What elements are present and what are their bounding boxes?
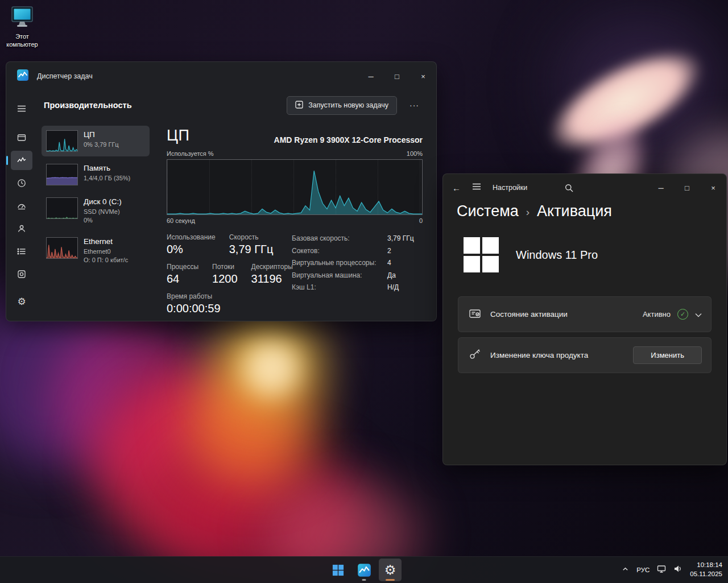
settings-hamburger-icon[interactable] — [472, 182, 481, 193]
taskbar: ⚙ РУС 10:18:14 05.11.2025 — [0, 556, 728, 583]
settings-gear-icon: ⚙ — [384, 564, 396, 577]
cpu-graph-svg — [167, 160, 422, 214]
graph-xlabel: 60 секунд — [167, 217, 195, 224]
back-icon[interactable]: ← — [452, 183, 461, 193]
desktop-icon-this-pc[interactable]: Этот компьютер — [3, 6, 41, 49]
chevron-down-icon[interactable] — [695, 309, 702, 320]
hamburger-menu-icon[interactable] — [11, 99, 32, 118]
detail-row: Кэш L1: Н/Д — [292, 283, 414, 292]
detail-row: Сокетов: 2 — [292, 247, 414, 256]
window-controls: ─ □ × — [648, 174, 726, 201]
activation-state-card[interactable]: Состояние активации Активно ✓ — [458, 296, 712, 332]
cpu-spec-details: Базовая скорость: 3,79 ГГц Сокетов: 2 Ви… — [292, 233, 414, 315]
desktop: Этот компьютер Диспетчер задач ─ □ × — [0, 0, 728, 583]
windows-edition-name: Windows 11 Pro — [516, 249, 598, 262]
task-manager-body: ⚙ Производительность Запустить новую зад… — [6, 90, 436, 321]
nav-details-icon[interactable] — [11, 242, 32, 261]
perf-item-disk[interactable]: Диск 0 (C:) SSD (NVMe) 0% — [42, 193, 150, 230]
graph-xmin: 0 — [419, 217, 423, 224]
graph-ymax: 100% — [407, 150, 423, 157]
chevron-right-icon: › — [526, 204, 530, 218]
cpu-sparkline — [46, 130, 78, 152]
stat-uptime: Время работы 0:00:00:59 — [167, 292, 221, 315]
search-icon[interactable] — [565, 184, 573, 192]
task-manager-window: Диспетчер задач ─ □ × — [6, 61, 437, 321]
perf-item-detail: SSD (NVMe) 0% — [84, 208, 122, 225]
minimize-button[interactable]: ─ — [358, 62, 384, 90]
change-product-key-button[interactable]: Изменить — [633, 346, 702, 364]
activation-status-value: Активно — [643, 310, 671, 319]
run-new-task-label: Запустить новую задачу — [308, 101, 388, 109]
clock-time: 10:18:14 — [690, 561, 722, 570]
perf-item-name: Ethernet — [84, 237, 128, 246]
taskbar-center: ⚙ — [326, 559, 402, 581]
taskbar-task-manager-button[interactable] — [353, 559, 375, 581]
breadcrumb-activation: Активация — [537, 202, 612, 220]
perf-item-detail: Ethernet0 О: 0 П: 0 кбит/с — [84, 247, 128, 265]
settings-titlebar[interactable]: ← Настройки ─ □ × — [443, 174, 726, 201]
window-controls: ─ □ × — [358, 62, 436, 90]
perf-item-name: ЦП — [84, 130, 119, 139]
new-task-icon — [295, 101, 303, 110]
task-manager-nav-rail: ⚙ — [6, 90, 37, 321]
active-check-icon: ✓ — [677, 309, 688, 320]
task-manager-settings-icon[interactable]: ⚙ — [11, 292, 32, 311]
minimize-button[interactable]: ─ — [648, 174, 674, 201]
page-title: Производительность — [44, 101, 132, 110]
stat-processes: Процессы 64 — [167, 263, 198, 286]
network-icon[interactable] — [657, 564, 666, 576]
processor-name: AMD Ryzen 9 3900X 12-Core Processor — [274, 135, 423, 144]
perf-item-name: Память — [84, 164, 130, 172]
task-manager-titlebar[interactable]: Диспетчер задач ─ □ × — [6, 62, 436, 90]
system-tray: РУС 10:18:14 05.11.2025 — [622, 557, 722, 583]
ethernet-sparkline — [46, 237, 78, 259]
this-pc-icon — [10, 6, 35, 31]
windows-logo-icon — [464, 237, 499, 272]
close-button[interactable]: × — [410, 62, 436, 90]
breadcrumb-system[interactable]: Система — [457, 202, 519, 220]
task-manager-toolbar: Производительность Запустить новую задач… — [37, 90, 436, 120]
language-indicator[interactable]: РУС — [636, 567, 650, 573]
tray-chevron-up-icon[interactable] — [622, 565, 629, 575]
window-title: Диспетчер задач — [37, 72, 93, 80]
activation-state-label: Состояние активации — [490, 310, 568, 319]
clock[interactable]: 10:18:14 05.11.2025 — [690, 561, 722, 578]
stat-handles: Дескрипторы 31196 — [251, 263, 293, 286]
maximize-button[interactable]: □ — [384, 62, 410, 90]
cpu-stats: Использование 0% Скорость 3,79 ГГц — [167, 233, 423, 315]
graph-ylabel: Используется % — [167, 150, 214, 157]
detail-row: Базовая скорость: 3,79 ГГц — [292, 234, 414, 243]
nav-services-icon[interactable] — [11, 264, 32, 284]
task-manager-main-area: Производительность Запустить новую задач… — [37, 90, 436, 321]
breadcrumb: Система › Активация — [443, 201, 726, 220]
desktop-icon-label: Этот компьютер — [3, 32, 41, 49]
nav-app-history-icon[interactable] — [11, 173, 32, 193]
nav-performance-icon[interactable] — [11, 151, 32, 170]
performance-list: ЦП 0% 3,79 ГГц Память 1,4/4,0 ГБ (35%) — [37, 120, 150, 321]
volume-icon[interactable] — [673, 564, 682, 576]
nav-users-icon[interactable] — [11, 219, 32, 238]
start-button[interactable] — [326, 559, 349, 581]
nav-processes-icon[interactable] — [11, 128, 32, 147]
perf-item-detail: 1,4/4,0 ГБ (35%) — [84, 174, 130, 183]
activation-cards: Состояние активации Активно ✓ Изменение … — [443, 296, 726, 373]
product-key-card: Изменение ключа продукта Изменить — [458, 337, 712, 373]
perf-item-detail: 0% 3,79 ГГц — [84, 140, 119, 149]
perf-item-cpu[interactable]: ЦП 0% 3,79 ГГц — [42, 126, 150, 156]
windows-edition-row: Windows 11 Pro — [443, 237, 726, 272]
stat-usage: Использование 0% — [167, 233, 216, 256]
more-options-icon[interactable]: ··· — [405, 98, 424, 112]
perf-item-name: Диск 0 (C:) — [84, 197, 122, 206]
nav-startup-apps-icon[interactable] — [11, 196, 32, 216]
detail-row: Виртуальная машина: Да — [292, 271, 414, 280]
close-button[interactable]: × — [700, 174, 726, 201]
running-indicator — [362, 579, 366, 581]
wallpaper-bloom-highlight — [245, 341, 299, 395]
maximize-button[interactable]: □ — [674, 174, 700, 201]
perf-item-memory[interactable]: Память 1,4/4,0 ГБ (35%) — [42, 159, 150, 190]
settings-window: ← Настройки ─ □ × Система › Активация Wi… — [442, 173, 727, 465]
taskbar-settings-button[interactable]: ⚙ — [379, 559, 402, 581]
perf-item-ethernet[interactable]: Ethernet Ethernet0 О: 0 П: 0 кбит/с — [42, 233, 150, 270]
activation-status-icon — [469, 307, 481, 322]
run-new-task-button[interactable]: Запустить новую задачу — [287, 96, 397, 115]
